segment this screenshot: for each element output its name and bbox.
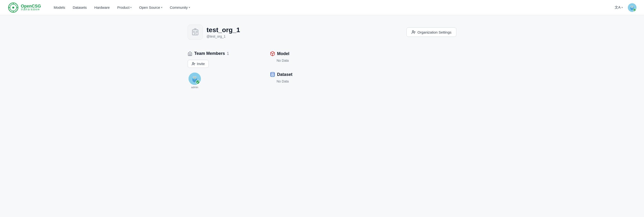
nav-item-product[interactable]: Product ▾ — [114, 3, 135, 11]
nav-right: 文A ▾ — [612, 3, 636, 12]
member-list: admin — [188, 73, 258, 89]
logo[interactable]: OpenCSG 开源开放 智慧传神 — [8, 2, 41, 13]
language-button[interactable]: 文A ▾ — [612, 4, 625, 11]
model-title: Model — [270, 51, 456, 56]
team-members-title: Team Members 1 — [188, 51, 258, 56]
svg-point-24 — [192, 62, 194, 64]
svg-point-21 — [412, 30, 414, 32]
list-item: admin — [188, 73, 202, 89]
product-chevron-icon: ▾ — [130, 6, 132, 9]
svg-point-37 — [271, 72, 275, 74]
avatar-image — [628, 3, 636, 12]
nav-item-opensource[interactable]: Open Source ▾ — [136, 3, 166, 11]
svg-point-35 — [196, 80, 200, 84]
dataset-no-data: No Data — [276, 79, 456, 83]
team-title-text: Team Members — [194, 51, 225, 56]
lang-icon: 文A — [615, 5, 620, 10]
lang-chevron-icon: ▾ — [622, 6, 623, 9]
right-panel: Model No Data Dataset No Data — [270, 51, 456, 93]
svg-point-33 — [196, 77, 196, 77]
nav-links: Models Datasets Hardware Product ▾ Open … — [50, 3, 612, 11]
member-avatar-image — [188, 73, 201, 85]
invite-user-plus-icon — [192, 62, 196, 66]
nav-item-hardware[interactable]: Hardware — [91, 3, 113, 11]
dataset-section: Dataset No Data — [270, 72, 456, 83]
org-header: test_org_1 @test_org_1 Organization Sett… — [188, 24, 456, 40]
dataset-cylinder-icon — [270, 72, 275, 77]
invite-btn-label: Invite — [197, 62, 205, 66]
opensource-chevron-icon: ▾ — [161, 6, 162, 9]
user-plus-icon — [412, 30, 416, 34]
logo-icon — [8, 2, 19, 13]
svg-point-12 — [631, 6, 632, 6]
member-avatar — [188, 73, 201, 85]
left-panel: Team Members 1 Invite — [188, 51, 258, 93]
logo-main-text: OpenCSG — [21, 4, 41, 9]
svg-point-13 — [633, 6, 633, 6]
org-settings-label: Organization Settings — [418, 30, 452, 34]
model-section: Model No Data — [270, 51, 456, 62]
nav-item-datasets[interactable]: Datasets — [69, 3, 90, 11]
org-info: test_org_1 @test_org_1 — [188, 24, 240, 40]
avatar[interactable] — [628, 3, 636, 12]
building-icon — [191, 28, 200, 36]
community-chevron-icon: ▾ — [189, 6, 190, 9]
main-content: test_org_1 @test_org_1 Organization Sett… — [180, 15, 464, 102]
org-settings-button[interactable]: Organization Settings — [406, 27, 456, 37]
invite-button[interactable]: Invite — [188, 60, 209, 68]
content-grid: Team Members 1 Invite — [188, 51, 456, 93]
dataset-title: Dataset — [270, 72, 456, 77]
org-name: test_org_1 — [206, 26, 240, 34]
svg-point-32 — [194, 77, 194, 77]
org-icon — [188, 24, 203, 40]
nav-item-models[interactable]: Models — [50, 3, 68, 11]
svg-rect-17 — [193, 31, 194, 32]
org-handle: @test_org_1 — [206, 34, 240, 38]
dataset-title-text: Dataset — [277, 72, 292, 77]
logo-sub-text: 开源开放 智慧传神 — [21, 8, 41, 11]
svg-rect-18 — [196, 31, 197, 32]
team-icon — [188, 51, 192, 56]
member-name: admin — [191, 86, 198, 89]
model-no-data: No Data — [276, 59, 456, 62]
svg-point-2 — [12, 7, 14, 8]
svg-rect-19 — [194, 33, 196, 35]
model-box-icon — [270, 51, 275, 56]
team-count: 1 — [227, 51, 229, 56]
navbar: OpenCSG 开源开放 智慧传神 Models Datasets Hardwa… — [0, 0, 644, 15]
nav-item-community[interactable]: Community ▾ — [166, 3, 193, 11]
model-title-text: Model — [277, 51, 289, 56]
